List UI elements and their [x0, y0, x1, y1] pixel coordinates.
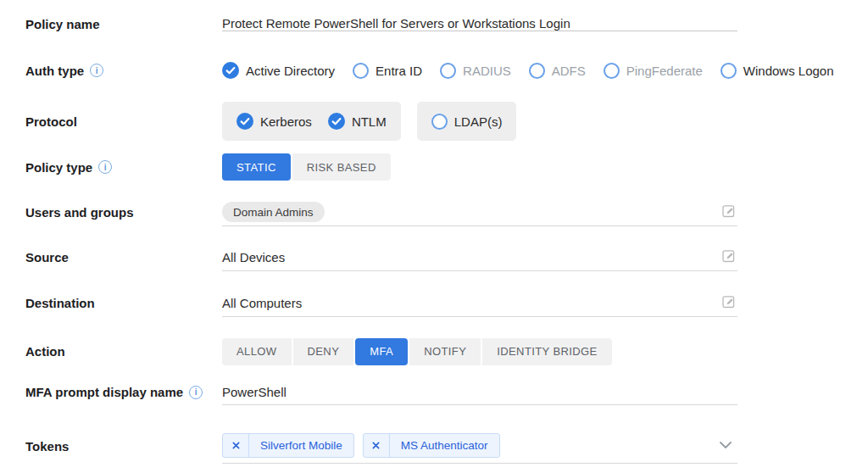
- auth-option-adfs[interactable]: ADFS: [529, 63, 586, 79]
- tokens-field[interactable]: Silverfort Mobile MS Authenticator: [222, 428, 737, 464]
- users-chip: Domain Admins: [222, 202, 325, 222]
- policy-type-row: Policy type STATIC RISK BASED: [25, 153, 737, 181]
- mfa-prompt-label: MFA prompt display name: [25, 385, 222, 399]
- mfa-prompt-field[interactable]: [222, 379, 737, 405]
- users-and-groups-label: Users and groups: [25, 205, 222, 220]
- destination-row: Destination All Computers: [25, 289, 737, 317]
- action-notify-button[interactable]: NOTIFY: [409, 338, 481, 365]
- edit-icon[interactable]: [722, 204, 736, 218]
- policy-name-label: Policy name: [25, 17, 222, 31]
- action-identity-bridge-button[interactable]: IDENTITY BRIDGE: [482, 338, 611, 365]
- protocol-group-kerberos-ntlm: Kerberos NTLM: [222, 102, 401, 141]
- policy-name-field[interactable]: [222, 16, 737, 31]
- policy-type-label: Policy type: [25, 160, 222, 175]
- unchecked-radio-icon[interactable]: [440, 63, 456, 79]
- destination-label: Destination: [25, 296, 222, 310]
- action-allow-button[interactable]: ALLOW: [222, 338, 292, 365]
- checked-checkbox-icon[interactable]: [236, 113, 253, 130]
- action-deny-button[interactable]: DENY: [293, 338, 354, 365]
- remove-token-icon[interactable]: [223, 434, 249, 457]
- protocol-option-kerberos[interactable]: Kerberos: [236, 113, 312, 130]
- edit-icon[interactable]: [722, 295, 736, 309]
- protocol-option-ldaps[interactable]: LDAP(s): [431, 114, 503, 130]
- unchecked-radio-icon[interactable]: [604, 63, 620, 79]
- source-label: Source: [25, 250, 222, 264]
- policy-type-risk-based-button[interactable]: RISK BASED: [292, 153, 391, 181]
- info-icon[interactable]: [90, 64, 103, 77]
- auth-option-pingfederate[interactable]: PingFederate: [604, 63, 703, 79]
- mfa-prompt-input[interactable]: [222, 385, 737, 399]
- remove-token-icon[interactable]: [364, 434, 390, 457]
- unchecked-radio-icon[interactable]: [353, 63, 369, 79]
- mfa-prompt-row: MFA prompt display name: [25, 379, 737, 405]
- checked-checkbox-icon[interactable]: [328, 113, 345, 130]
- source-value: All Devices: [222, 250, 285, 264]
- protocol-group-ldap: LDAP(s): [417, 102, 517, 141]
- action-mfa-button[interactable]: MFA: [355, 338, 408, 365]
- auth-option-radius[interactable]: RADIUS: [440, 63, 511, 79]
- token-chip-silverfort-mobile: Silverfort Mobile: [222, 433, 354, 458]
- policy-name-input[interactable]: [222, 16, 737, 31]
- policy-name-row: Policy name: [25, 10, 737, 37]
- source-row: Source All Devices: [25, 243, 737, 271]
- unchecked-radio-icon[interactable]: [529, 63, 545, 79]
- unchecked-radio-icon[interactable]: [431, 114, 448, 130]
- auth-type-label: Auth type: [25, 64, 222, 78]
- action-row: Action ALLOW DENY MFA NOTIFY IDENTITY BR…: [25, 337, 737, 365]
- auth-option-active-directory[interactable]: Active Directory: [222, 62, 335, 79]
- action-label: Action: [25, 344, 222, 359]
- tokens-label: Tokens: [25, 439, 222, 454]
- chevron-down-icon[interactable]: [719, 441, 732, 449]
- policy-type-static-button[interactable]: STATIC: [222, 153, 291, 181]
- protocol-row: Protocol Kerberos NTLM: [25, 102, 737, 141]
- tokens-row: Tokens Silverfort Mobile MS Authenticato…: [25, 428, 737, 464]
- info-icon[interactable]: [189, 386, 203, 399]
- users-and-groups-field[interactable]: Domain Admins: [222, 198, 737, 226]
- destination-field[interactable]: All Computers: [222, 289, 737, 317]
- auth-type-row: Auth type Active Directory Entra ID RADI…: [25, 56, 737, 85]
- policy-type-segmented-control: STATIC RISK BASED: [222, 153, 391, 181]
- source-field[interactable]: All Devices: [222, 243, 737, 271]
- users-and-groups-row: Users and groups Domain Admins: [25, 198, 737, 226]
- protocol-label: Protocol: [25, 114, 222, 129]
- destination-value: All Computers: [222, 296, 302, 310]
- action-segmented-control: ALLOW DENY MFA NOTIFY IDENTITY BRIDGE: [222, 338, 612, 365]
- checked-checkbox-icon[interactable]: [222, 62, 239, 79]
- token-chip-ms-authenticator: MS Authenticator: [363, 433, 500, 458]
- edit-icon[interactable]: [722, 249, 736, 263]
- auth-option-entra-id[interactable]: Entra ID: [353, 63, 422, 79]
- unchecked-radio-icon[interactable]: [721, 63, 737, 79]
- info-icon[interactable]: [98, 160, 112, 174]
- protocol-option-ntlm[interactable]: NTLM: [328, 113, 387, 130]
- auth-option-windows-logon[interactable]: Windows Logon: [721, 63, 834, 79]
